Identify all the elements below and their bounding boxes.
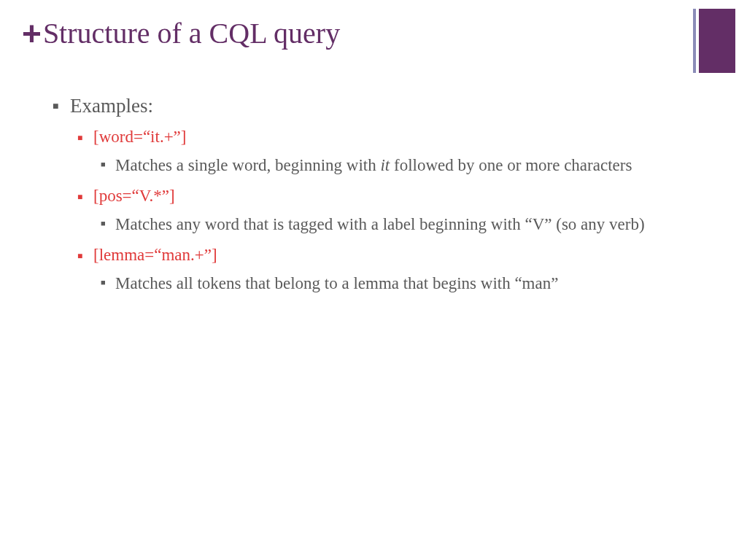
example-code: [pos=“V.*”] <box>93 187 175 206</box>
title-row: + Structure of a CQL query <box>22 16 340 50</box>
examples-label: Examples: <box>70 95 153 117</box>
corner-line <box>693 9 696 73</box>
example-code: [lemma=“man.+”] <box>93 246 217 265</box>
bullet-icon <box>101 272 115 295</box>
bullet-icon <box>101 213 115 236</box>
bullet-icon <box>77 187 93 206</box>
corner-decoration <box>693 9 735 73</box>
bullet-level3: Matches all tokens that belong to a lemm… <box>101 272 718 295</box>
content-area: Examples: [word=“it.+”] Matches a single… <box>53 95 718 305</box>
bullet-icon <box>77 128 93 147</box>
corner-block <box>699 9 735 73</box>
bullet-icon <box>101 154 115 176</box>
bullet-level3: Matches any word that is tagged with a l… <box>101 213 718 236</box>
slide: + Structure of a CQL query Examples: [wo… <box>0 0 747 560</box>
bullet-level2: [lemma=“man.+”] <box>77 246 718 265</box>
example-description: Matches any word that is tagged with a l… <box>115 213 645 236</box>
example-code: [word=“it.+”] <box>93 128 186 147</box>
slide-title: Structure of a CQL query <box>43 16 340 50</box>
plus-icon: + <box>22 17 42 50</box>
bullet-level1: Examples: <box>53 95 718 117</box>
bullet-level2: [word=“it.+”] <box>77 128 718 147</box>
bullet-icon <box>53 95 70 117</box>
example-description: Matches a single word, beginning with it… <box>115 154 632 176</box>
example-description: Matches all tokens that belong to a lemm… <box>115 272 558 295</box>
bullet-level2: [pos=“V.*”] <box>77 187 718 206</box>
italic-word: it <box>380 156 390 174</box>
bullet-level3: Matches a single word, beginning with it… <box>101 154 718 176</box>
bullet-icon <box>77 246 93 265</box>
